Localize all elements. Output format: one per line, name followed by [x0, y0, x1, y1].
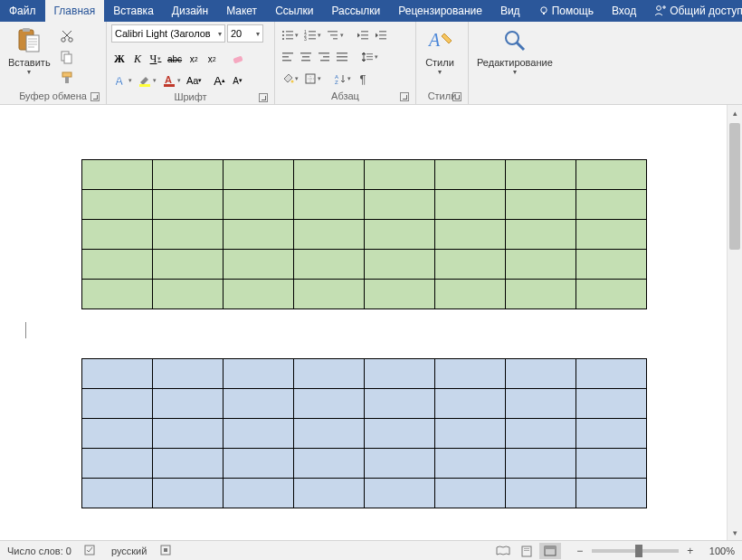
- styles-dropdown-arrow[interactable]: ▾: [438, 68, 442, 76]
- tab-login[interactable]: Вход: [603, 0, 645, 22]
- show-marks-button[interactable]: ¶: [355, 70, 371, 88]
- clear-formatting-button[interactable]: [229, 50, 247, 68]
- svg-text:A: A: [165, 74, 172, 85]
- zoom-level[interactable]: 100%: [709, 546, 735, 556]
- numbering-button[interactable]: 123: [302, 26, 323, 44]
- language-button[interactable]: русский: [111, 546, 147, 556]
- shading-button[interactable]: [280, 70, 300, 88]
- tab-mailings[interactable]: Рассылки: [322, 0, 389, 22]
- align-left-button[interactable]: [280, 48, 296, 66]
- zoom-out-button[interactable]: −: [574, 545, 586, 557]
- font-name-combo[interactable]: Calibri Light (Заголов▾: [111, 24, 225, 43]
- group-paragraph-label: Абзац: [331, 90, 359, 101]
- tab-review[interactable]: Рецензирование: [389, 0, 491, 22]
- borders-button[interactable]: [302, 70, 323, 88]
- styles-icon: A: [425, 26, 454, 55]
- tab-home[interactable]: Главная: [45, 0, 105, 22]
- cut-button[interactable]: [58, 27, 76, 45]
- tab-insert[interactable]: Вставка: [104, 0, 163, 22]
- underline-button[interactable]: Ч: [147, 50, 164, 68]
- font-dialog-launcher[interactable]: [259, 93, 268, 102]
- clipboard-dialog-launcher[interactable]: [90, 92, 100, 101]
- paste-button[interactable]: Вставить ▾: [5, 24, 54, 89]
- strikethrough-button[interactable]: abc: [166, 50, 184, 68]
- svg-rect-34: [361, 38, 368, 40]
- bullets-button[interactable]: [280, 26, 300, 44]
- find-icon: [500, 26, 529, 55]
- svg-point-7: [68, 37, 71, 41]
- align-right-button[interactable]: [316, 48, 332, 66]
- svg-rect-50: [366, 53, 373, 54]
- svg-point-17: [282, 31, 284, 33]
- print-layout-button[interactable]: [516, 543, 537, 559]
- share-button[interactable]: Общий доступ: [645, 0, 742, 22]
- superscript-button[interactable]: x2: [204, 50, 220, 68]
- table-green[interactable]: [81, 159, 647, 309]
- justify-button[interactable]: [334, 48, 350, 66]
- tab-tell-me[interactable]: Помощь: [529, 0, 603, 22]
- group-styles: A Стили ▾ Стили: [416, 22, 469, 104]
- word-count[interactable]: Число слов: 0: [7, 546, 71, 556]
- tab-view[interactable]: Вид: [491, 0, 529, 22]
- paste-dropdown-arrow[interactable]: ▾: [27, 68, 31, 76]
- paint-bucket-icon: [281, 72, 294, 85]
- styles-dialog-launcher[interactable]: [452, 92, 461, 101]
- macro-record-button[interactable]: [159, 544, 172, 558]
- scroll-thumb[interactable]: [729, 123, 740, 250]
- multilevel-list-button[interactable]: [325, 26, 346, 44]
- table-blue[interactable]: [81, 358, 647, 508]
- sort-button[interactable]: AZ: [332, 70, 353, 88]
- zoom-slider-track[interactable]: [592, 549, 679, 553]
- svg-rect-29: [328, 31, 338, 33]
- highlight-button[interactable]: [136, 71, 158, 90]
- multilevel-icon: [327, 29, 339, 42]
- font-size-combo[interactable]: 20▾: [227, 24, 263, 43]
- zoom-slider-thumb[interactable]: [635, 545, 642, 557]
- scroll-down-arrow[interactable]: ▾: [728, 525, 742, 540]
- italic-button[interactable]: К: [129, 50, 146, 68]
- svg-rect-69: [545, 546, 556, 549]
- svg-point-21: [282, 38, 284, 40]
- increase-indent-button[interactable]: [373, 26, 389, 44]
- font-size-value: 20: [231, 28, 254, 39]
- decrease-indent-button[interactable]: [355, 26, 371, 44]
- svg-rect-47: [337, 52, 347, 54]
- paragraph-dialog-launcher[interactable]: [400, 92, 409, 101]
- vertical-scrollbar[interactable]: ▴ ▾: [727, 105, 742, 540]
- scroll-up-arrow[interactable]: ▴: [728, 105, 742, 120]
- svg-text:A: A: [115, 74, 124, 88]
- align-center-button[interactable]: [298, 48, 314, 66]
- subscript-button[interactable]: x2: [186, 50, 202, 68]
- svg-point-0: [540, 7, 546, 13]
- document-page[interactable]: [9, 105, 724, 540]
- change-case-button[interactable]: Aa▾: [185, 71, 204, 90]
- text-effects-button[interactable]: A: [111, 71, 134, 90]
- tab-layout[interactable]: Макет: [217, 0, 266, 22]
- editing-dropdown-arrow[interactable]: ▾: [513, 68, 517, 76]
- bold-button[interactable]: Ж: [111, 50, 128, 68]
- line-spacing-button[interactable]: [359, 48, 380, 66]
- font-color-button[interactable]: A: [160, 71, 183, 90]
- format-painter-button[interactable]: [58, 69, 76, 87]
- zoom-in-button[interactable]: +: [684, 545, 697, 557]
- highlight-icon: [138, 73, 152, 88]
- editing-button[interactable]: Редактирование ▾: [473, 24, 556, 89]
- copy-button[interactable]: [58, 48, 76, 66]
- svg-rect-11: [65, 77, 69, 83]
- status-bar: Число слов: 0 русский − + 100%: [0, 540, 742, 560]
- tab-file[interactable]: Файл: [0, 0, 45, 22]
- shrink-font-button[interactable]: A▾: [229, 71, 245, 90]
- group-clipboard: Вставить ▾ Буфер обмена: [0, 22, 107, 104]
- tab-design[interactable]: Дизайн: [163, 0, 217, 22]
- grow-font-button[interactable]: A▴: [211, 71, 227, 90]
- web-layout-button[interactable]: [539, 543, 561, 559]
- tab-references[interactable]: Ссылки: [266, 0, 322, 22]
- svg-point-2: [657, 6, 661, 11]
- align-center-icon: [300, 51, 312, 63]
- read-mode-icon: [495, 545, 511, 557]
- read-mode-button[interactable]: [492, 543, 514, 559]
- styles-button[interactable]: A Стили ▾: [421, 24, 459, 89]
- group-editing-label: [473, 89, 564, 104]
- spellcheck-icon: [84, 544, 99, 556]
- spellcheck-button[interactable]: [84, 544, 99, 558]
